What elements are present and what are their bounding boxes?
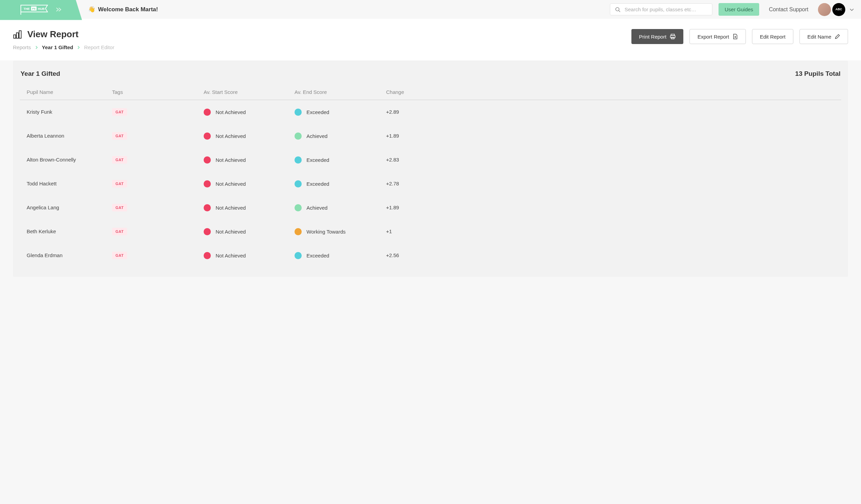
- breadcrumb-class[interactable]: Year 1 Gifted: [42, 44, 73, 50]
- pupil-name: Glenda Erdman: [27, 252, 63, 258]
- table-header-row: Pupil Name Tags Av. Start Score Av. End …: [20, 84, 841, 100]
- search-box[interactable]: [610, 3, 712, 15]
- change-value: +2.56: [386, 252, 399, 258]
- start-score-label: Not Achieved: [216, 229, 246, 235]
- wave-emoji: 👋: [88, 6, 95, 13]
- pupil-name: Kristy Funk: [27, 109, 52, 115]
- score-dot-icon: [295, 132, 302, 140]
- pupil-name: Alton Brown-Connelly: [27, 157, 76, 163]
- logo-block[interactable]: THEPEHUB: [0, 0, 82, 20]
- score-dot-icon: [204, 252, 211, 259]
- breadcrumb-editor: Report Editor: [84, 44, 114, 50]
- report-panel: Year 1 Gifted 13 Pupils Total Pupil Name…: [13, 60, 848, 277]
- score-dot-icon: [295, 204, 302, 211]
- pencil-icon: [835, 34, 840, 39]
- col-header-end: Av. End Score: [295, 89, 386, 95]
- end-score-label: Exceeded: [306, 253, 329, 258]
- bar-chart-icon: [13, 30, 23, 39]
- svg-text:HUB: HUB: [38, 7, 45, 11]
- tag-badge: GAT: [112, 228, 127, 235]
- table-row[interactable]: Kristy FunkGATNot AchievedExceeded+2.89: [20, 100, 841, 124]
- svg-text:PE: PE: [32, 7, 36, 10]
- page-header: View Report Reports Year 1 Gifted Report…: [0, 19, 861, 60]
- score-dot-icon: [295, 180, 302, 187]
- end-score-label: Achieved: [306, 133, 328, 139]
- score-dot-icon: [204, 180, 211, 187]
- breadcrumb: Reports Year 1 Gifted Report Editor: [13, 44, 114, 50]
- edit-name-button[interactable]: Edit Name: [800, 29, 848, 44]
- svg-line-6: [619, 11, 620, 12]
- end-score-label: Exceeded: [306, 109, 329, 115]
- printer-icon: [670, 33, 676, 40]
- tag-badge: GAT: [112, 180, 127, 187]
- flag-logo-icon: THEPEHUB: [20, 4, 52, 15]
- panel-header: Year 1 Gifted 13 Pupils Total: [20, 70, 841, 84]
- col-header-change: Change: [386, 89, 834, 95]
- search-icon: [615, 7, 620, 12]
- file-export-icon: [733, 33, 738, 40]
- score-dot-icon: [204, 228, 211, 235]
- score-dot-icon: [204, 132, 211, 140]
- tag-badge: GAT: [112, 204, 127, 211]
- table-row[interactable]: Alton Brown-ConnellyGATNot AchievedExcee…: [20, 148, 841, 172]
- change-value: +2.89: [386, 109, 399, 115]
- start-score-label: Not Achieved: [216, 109, 246, 115]
- table-row[interactable]: Glenda ErdmanGATNot AchievedExceeded+2.5…: [20, 243, 841, 267]
- svg-text:THE: THE: [24, 7, 30, 11]
- change-value: +2.83: [386, 157, 399, 163]
- score-dot-icon: [295, 228, 302, 235]
- top-header: THEPEHUB 👋 Welcome Back Marta! User Guid…: [0, 0, 861, 19]
- score-dot-icon: [204, 204, 211, 211]
- tag-badge: GAT: [112, 252, 127, 259]
- school-logo-avatar: ABC: [832, 3, 845, 16]
- table-row[interactable]: Todd HackettGATNot AchievedExceeded+2.78: [20, 172, 841, 196]
- table-row[interactable]: Alberta LeannonGATNot AchievedAchieved+1…: [20, 124, 841, 148]
- contact-support-link[interactable]: Contact Support: [769, 6, 808, 13]
- end-score-label: Exceeded: [306, 181, 329, 187]
- user-guides-button[interactable]: User Guides: [719, 3, 759, 16]
- end-score-label: Achieved: [306, 205, 328, 211]
- svg-rect-8: [16, 33, 18, 38]
- col-header-name: Pupil Name: [27, 89, 112, 95]
- score-dot-icon: [295, 109, 302, 116]
- tag-badge: GAT: [112, 132, 127, 140]
- search-input[interactable]: [625, 6, 707, 12]
- col-header-start: Av. Start Score: [204, 89, 295, 95]
- svg-rect-11: [670, 36, 675, 38]
- user-menu[interactable]: ABC: [818, 3, 854, 16]
- edit-report-button[interactable]: Edit Report: [752, 29, 793, 44]
- pupils-total: 13 Pupils Total: [795, 70, 840, 78]
- table-row[interactable]: Angelica LangGATNot AchievedAchieved+1.8…: [20, 196, 841, 220]
- page-title: View Report: [13, 29, 114, 40]
- pupils-table: Pupil Name Tags Av. Start Score Av. End …: [20, 84, 841, 267]
- end-score-label: Exceeded: [306, 157, 329, 163]
- score-dot-icon: [204, 109, 211, 116]
- pupil-name: Todd Hackett: [27, 181, 57, 186]
- welcome-message: 👋 Welcome Back Marta!: [88, 6, 158, 13]
- table-row[interactable]: Beth KerlukeGATNot AchievedWorking Towar…: [20, 220, 841, 243]
- score-dot-icon: [295, 252, 302, 259]
- start-score-label: Not Achieved: [216, 181, 246, 187]
- panel-title: Year 1 Gifted: [20, 70, 60, 78]
- tag-badge: GAT: [112, 108, 127, 116]
- svg-point-5: [616, 8, 619, 11]
- export-report-button[interactable]: Export Report: [689, 29, 746, 44]
- expand-sidebar-icon[interactable]: [56, 7, 62, 12]
- start-score-label: Not Achieved: [216, 205, 246, 211]
- change-value: +1.89: [386, 133, 399, 139]
- change-value: +1: [386, 228, 392, 234]
- start-score-label: Not Achieved: [216, 157, 246, 163]
- svg-rect-9: [19, 31, 21, 38]
- change-value: +2.78: [386, 181, 399, 186]
- table-body: Kristy FunkGATNot AchievedExceeded+2.89A…: [20, 100, 841, 267]
- breadcrumb-reports[interactable]: Reports: [13, 44, 31, 50]
- chevron-right-icon: [77, 45, 80, 50]
- pupil-name: Beth Kerluke: [27, 228, 56, 234]
- end-score-label: Working Towards: [306, 229, 346, 235]
- chevron-down-icon[interactable]: [849, 8, 854, 11]
- start-score-label: Not Achieved: [216, 133, 246, 139]
- welcome-text: Welcome Back Marta!: [98, 6, 158, 13]
- print-report-button[interactable]: Print Report: [631, 29, 683, 44]
- svg-rect-7: [14, 35, 16, 38]
- action-buttons: Print Report Export Report Edit Report E…: [631, 29, 848, 44]
